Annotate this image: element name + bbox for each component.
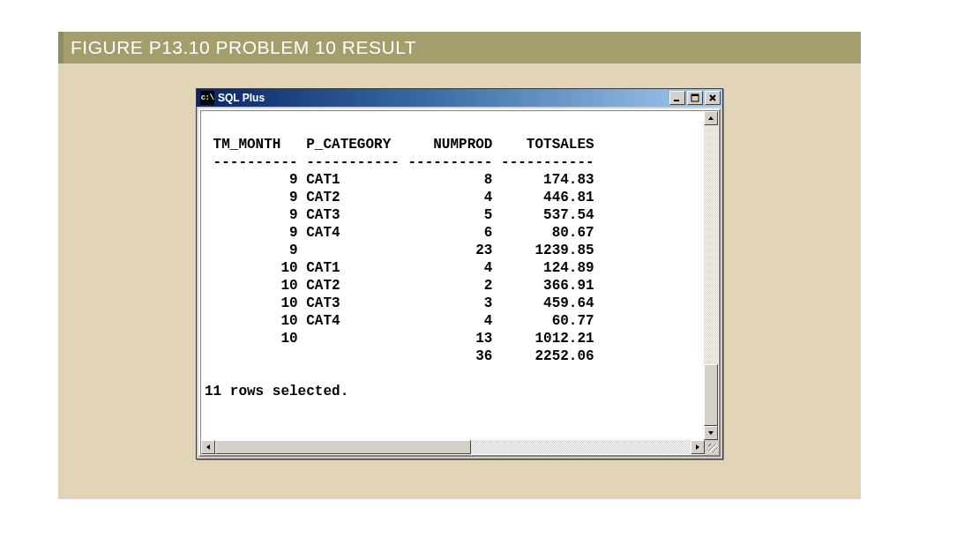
client-area: TM_MONTH P_CATEGORY NUMPROD TOTSALES ---… bbox=[198, 108, 721, 457]
vertical-scrollbar[interactable] bbox=[704, 110, 719, 440]
arrow-right-icon bbox=[694, 444, 701, 451]
content-frame: TM_MONTH P_CATEGORY NUMPROD TOTSALES ---… bbox=[200, 110, 719, 440]
sqlplus-window: c:\ SQL Plus bbox=[196, 88, 723, 459]
scroll-down-button[interactable] bbox=[704, 426, 718, 440]
arrow-up-icon bbox=[707, 115, 714, 122]
scroll-right-button[interactable] bbox=[691, 440, 705, 454]
resize-grip[interactable] bbox=[705, 440, 719, 454]
svg-marker-8 bbox=[696, 444, 699, 450]
svg-marker-7 bbox=[206, 444, 210, 450]
svg-rect-2 bbox=[691, 94, 699, 96]
svg-rect-0 bbox=[674, 100, 679, 101]
minimize-button[interactable] bbox=[669, 91, 685, 105]
svg-marker-5 bbox=[708, 116, 714, 120]
horizontal-scroll-track[interactable] bbox=[215, 440, 691, 454]
window-buttons bbox=[669, 91, 721, 105]
title-bar[interactable]: c:\ SQL Plus bbox=[197, 89, 722, 107]
window-title: SQL Plus bbox=[218, 92, 669, 104]
arrow-down-icon bbox=[707, 429, 714, 437]
scroll-left-button[interactable] bbox=[201, 440, 215, 454]
vertical-scroll-track[interactable] bbox=[704, 125, 718, 426]
console-output[interactable]: TM_MONTH P_CATEGORY NUMPROD TOTSALES ---… bbox=[200, 110, 704, 440]
vertical-scroll-thumb[interactable] bbox=[704, 364, 718, 426]
arrow-left-icon bbox=[205, 444, 212, 451]
figure-container: FIGURE P13.10 PROBLEM 10 RESULT c:\ SQL … bbox=[58, 32, 861, 499]
close-button[interactable] bbox=[705, 91, 721, 105]
figure-header-accent bbox=[58, 32, 64, 63]
app-icon: c:\ bbox=[200, 91, 214, 105]
scroll-up-button[interactable] bbox=[704, 111, 718, 125]
horizontal-scroll-thumb[interactable] bbox=[215, 440, 471, 454]
svg-marker-6 bbox=[708, 431, 714, 435]
close-icon bbox=[708, 93, 717, 102]
maximize-button[interactable] bbox=[687, 91, 703, 105]
figure-title: FIGURE P13.10 PROBLEM 10 RESULT bbox=[58, 32, 861, 63]
minimize-icon bbox=[673, 93, 682, 102]
figure-body: c:\ SQL Plus bbox=[58, 63, 861, 459]
horizontal-scrollbar-row bbox=[200, 440, 719, 455]
query-result-text: TM_MONTH P_CATEGORY NUMPROD TOTSALES ---… bbox=[205, 136, 699, 400]
horizontal-scrollbar[interactable] bbox=[200, 440, 705, 455]
maximize-icon bbox=[691, 93, 699, 102]
